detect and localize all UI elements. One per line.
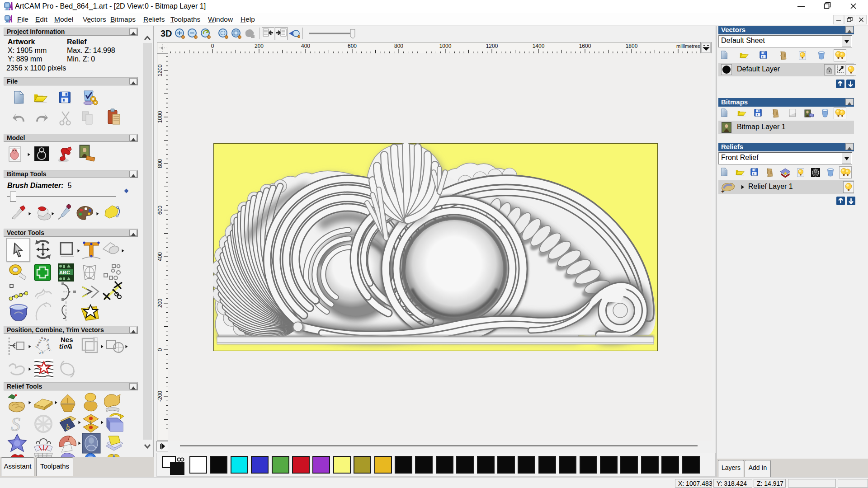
svg-text:ABC: ABC xyxy=(59,270,70,275)
svg-text:600: 600 xyxy=(348,43,357,49)
svg-text:millimetres: millimetres xyxy=(676,43,700,49)
svg-text:200: 200 xyxy=(255,43,264,49)
svg-text:-200: -200 xyxy=(157,391,163,402)
svg-text:3D: 3D xyxy=(160,28,172,38)
svg-text:1800: 1800 xyxy=(626,43,638,49)
svg-text:600: 600 xyxy=(157,206,163,215)
svg-text:800: 800 xyxy=(394,43,403,49)
svg-text:0: 0 xyxy=(157,348,163,351)
svg-text:800: 800 xyxy=(157,159,163,168)
svg-text:400: 400 xyxy=(157,252,163,261)
svg-text:1200: 1200 xyxy=(486,43,498,49)
svg-text:400: 400 xyxy=(301,43,310,49)
svg-text:1000: 1000 xyxy=(439,43,452,49)
svg-text:200: 200 xyxy=(157,299,163,308)
svg-text:b: b xyxy=(66,423,70,431)
svg-text:S: S xyxy=(11,414,20,434)
svg-text:0: 0 xyxy=(211,43,214,49)
svg-text:1400: 1400 xyxy=(533,43,545,49)
svg-text:1600: 1600 xyxy=(579,43,591,49)
svg-text:1200: 1200 xyxy=(157,64,163,76)
svg-text:1000: 1000 xyxy=(157,111,163,123)
svg-text:+: + xyxy=(721,188,725,194)
